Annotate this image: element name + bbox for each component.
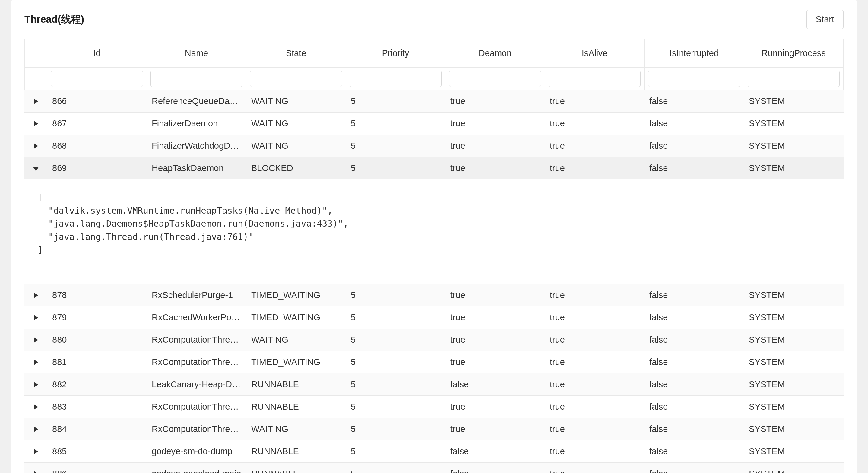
cell-name: RxComputationThrea... bbox=[147, 418, 246, 440]
table-row[interactable]: 866ReferenceQueueDae...WAITING5truetruef… bbox=[25, 90, 843, 113]
cell-priority: 5 bbox=[346, 440, 445, 463]
cell-priority: 5 bbox=[346, 351, 445, 374]
expand-cell[interactable] bbox=[25, 90, 48, 113]
cell-priority: 5 bbox=[346, 90, 445, 113]
expand-cell[interactable] bbox=[25, 374, 48, 396]
cell-state: TIMED_WAITING bbox=[246, 306, 346, 329]
cell-name: RxCachedWorkerPool... bbox=[147, 306, 246, 329]
expand-cell[interactable] bbox=[25, 306, 48, 329]
header-row: Id Name State Priority Deamon IsAlive Is… bbox=[25, 39, 843, 67]
cell-runningprocess: SYSTEM bbox=[744, 418, 843, 440]
table-row[interactable]: 879RxCachedWorkerPool...TIMED_WAITING5tr… bbox=[25, 306, 843, 329]
cell-id: 884 bbox=[48, 418, 147, 440]
cell-daemon: true bbox=[445, 157, 545, 179]
chevron-right-icon[interactable] bbox=[34, 449, 38, 454]
table-row[interactable]: 869HeapTaskDaemonBLOCKED5truetruefalseSY… bbox=[25, 157, 843, 179]
col-isinterrupted-header[interactable]: IsInterrupted bbox=[645, 39, 744, 67]
cell-daemon: true bbox=[445, 306, 545, 329]
col-daemon-header[interactable]: Deamon bbox=[445, 39, 545, 67]
cell-daemon: true bbox=[445, 90, 545, 113]
cell-isalive: true bbox=[545, 284, 645, 306]
cell-runningprocess: SYSTEM bbox=[744, 306, 843, 329]
cell-daemon: true bbox=[445, 418, 545, 440]
table-row[interactable]: 884RxComputationThrea...WAITING5truetrue… bbox=[25, 418, 843, 440]
col-runningprocess-header[interactable]: RunningProcess bbox=[744, 39, 843, 67]
cell-name: HeapTaskDaemon bbox=[147, 157, 246, 179]
cell-isinterrupted: false bbox=[645, 440, 744, 463]
cell-state: TIMED_WAITING bbox=[246, 284, 346, 306]
cell-id: 885 bbox=[48, 440, 147, 463]
table-row[interactable]: 886godeye-pageload-mainRUNNABLE5falsetru… bbox=[25, 463, 843, 473]
expand-cell[interactable] bbox=[25, 396, 48, 418]
cell-isalive: true bbox=[545, 374, 645, 396]
filter-id-input[interactable] bbox=[51, 70, 143, 87]
cell-state: RUNNABLE bbox=[246, 440, 346, 463]
table-row[interactable]: 878RxSchedulerPurge-1TIMED_WAITING5truet… bbox=[25, 284, 843, 306]
page-title: Thread(线程) bbox=[25, 13, 84, 26]
cell-runningprocess: SYSTEM bbox=[744, 440, 843, 463]
cell-state: RUNNABLE bbox=[246, 396, 346, 418]
chevron-right-icon[interactable] bbox=[34, 337, 38, 343]
cell-daemon: true bbox=[445, 396, 545, 418]
cell-priority: 5 bbox=[346, 396, 445, 418]
filter-row bbox=[25, 67, 843, 90]
expand-cell[interactable] bbox=[25, 135, 48, 157]
expand-cell[interactable] bbox=[25, 329, 48, 351]
chevron-right-icon[interactable] bbox=[34, 404, 38, 410]
filter-isalive-input[interactable] bbox=[549, 70, 641, 87]
cell-isinterrupted: false bbox=[645, 157, 744, 179]
filter-state-input[interactable] bbox=[250, 70, 342, 87]
cell-name: RxComputationThrea... bbox=[147, 396, 246, 418]
cell-isalive: true bbox=[545, 396, 645, 418]
table-row[interactable]: 883RxComputationThrea...RUNNABLE5truetru… bbox=[25, 396, 843, 418]
chevron-down-icon[interactable] bbox=[33, 167, 39, 171]
table-row[interactable]: 880RxComputationThrea...WAITING5truetrue… bbox=[25, 329, 843, 351]
table-row[interactable]: 885godeye-sm-do-dumpRUNNABLE5falsetruefa… bbox=[25, 440, 843, 463]
col-priority-header[interactable]: Priority bbox=[346, 39, 445, 67]
table-row[interactable]: 882LeakCanary-Heap-Du...RUNNABLE5falsetr… bbox=[25, 374, 843, 396]
table-row[interactable]: 868FinalizerWatchdogDa...WAITING5truetru… bbox=[25, 135, 843, 157]
expand-cell[interactable] bbox=[25, 463, 48, 473]
expand-cell[interactable] bbox=[25, 418, 48, 440]
filter-priority-input[interactable] bbox=[349, 70, 441, 87]
cell-id: 886 bbox=[48, 463, 147, 473]
chevron-right-icon[interactable] bbox=[34, 121, 38, 126]
cell-state: BLOCKED bbox=[246, 157, 346, 179]
cell-runningprocess: SYSTEM bbox=[744, 396, 843, 418]
chevron-right-icon[interactable] bbox=[34, 315, 38, 320]
cell-id: 878 bbox=[48, 284, 147, 306]
thread-table: Id Name State Priority Deamon IsAlive Is… bbox=[25, 39, 843, 473]
filter-isinterrupted-input[interactable] bbox=[648, 70, 740, 87]
cell-isinterrupted: false bbox=[645, 284, 744, 306]
expand-cell[interactable] bbox=[25, 284, 48, 306]
cell-isinterrupted: false bbox=[645, 351, 744, 374]
chevron-right-icon[interactable] bbox=[34, 471, 38, 473]
filter-daemon-input[interactable] bbox=[449, 70, 541, 87]
chevron-right-icon[interactable] bbox=[34, 382, 38, 387]
expand-cell[interactable] bbox=[25, 440, 48, 463]
filter-name-input[interactable] bbox=[151, 70, 243, 87]
cell-id: 866 bbox=[48, 90, 147, 113]
cell-state: WAITING bbox=[246, 329, 346, 351]
expand-cell[interactable] bbox=[25, 113, 48, 135]
col-state-header[interactable]: State bbox=[246, 39, 346, 67]
chevron-right-icon[interactable] bbox=[34, 293, 38, 298]
filter-runningprocess-input[interactable] bbox=[748, 70, 840, 87]
chevron-right-icon[interactable] bbox=[34, 99, 38, 104]
cell-state: RUNNABLE bbox=[246, 374, 346, 396]
start-button[interactable]: Start bbox=[806, 10, 843, 29]
table-row[interactable]: 867FinalizerDaemonWAITING5truetruefalseS… bbox=[25, 113, 843, 135]
expand-cell[interactable] bbox=[25, 351, 48, 374]
col-isalive-header[interactable]: IsAlive bbox=[545, 39, 645, 67]
chevron-right-icon[interactable] bbox=[34, 426, 38, 432]
table-row[interactable]: 881RxComputationThrea...TIMED_WAITING5tr… bbox=[25, 351, 843, 374]
expand-cell[interactable] bbox=[25, 157, 48, 179]
col-name-header[interactable]: Name bbox=[147, 39, 246, 67]
col-id-header[interactable]: Id bbox=[48, 39, 147, 67]
chevron-right-icon[interactable] bbox=[34, 360, 38, 365]
cell-name: FinalizerWatchdogDa... bbox=[147, 135, 246, 157]
chevron-right-icon[interactable] bbox=[34, 143, 38, 149]
cell-id: 869 bbox=[48, 157, 147, 179]
cell-state: WAITING bbox=[246, 418, 346, 440]
cell-runningprocess: SYSTEM bbox=[744, 113, 843, 135]
